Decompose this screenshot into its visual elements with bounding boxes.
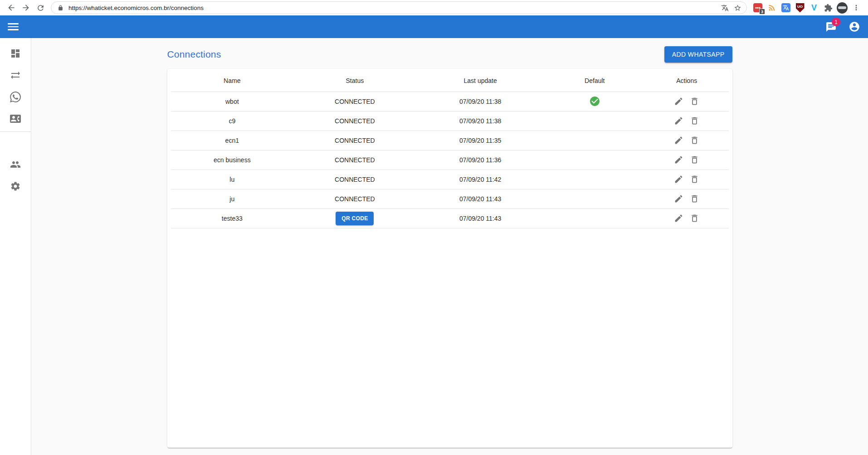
lock-icon [56, 3, 65, 12]
notifier-extension-icon[interactable]: ••• 3 [752, 2, 763, 13]
header-actions: Actions [645, 70, 729, 92]
trash-icon [690, 116, 699, 126]
edit-button[interactable] [672, 193, 686, 204]
url-text[interactable]: https://whaticket.economicros.com.br/con… [68, 5, 717, 11]
browser-profile-avatar[interactable] [837, 2, 848, 13]
name-cell: c9 [171, 111, 294, 131]
table-row: ecn1 CONNECTED 07/09/20 11:35 [171, 131, 729, 150]
table-row: c9 CONNECTED 07/09/20 11:38 [171, 111, 729, 131]
delete-button[interactable] [688, 193, 702, 204]
main-content: Connections ADD WHATSAPP Name Status Las… [31, 38, 868, 455]
default-cell [545, 150, 645, 169]
header-status: Status [293, 70, 416, 92]
last-update-cell: 07/09/20 11:38 [416, 92, 545, 111]
contact-phone-icon [10, 113, 21, 124]
back-arrow-icon [7, 3, 16, 12]
extensions-puzzle-icon[interactable] [823, 2, 834, 13]
sidebar-item-contacts[interactable] [0, 108, 31, 130]
header-last-update: Last update [416, 70, 545, 92]
delete-button[interactable] [688, 115, 702, 126]
table-row: wbot CONNECTED 07/09/20 11:38 [171, 92, 729, 111]
edit-button[interactable] [672, 154, 686, 165]
trash-icon [690, 174, 699, 184]
name-cell: teste33 [171, 208, 294, 228]
edit-button[interactable] [672, 115, 686, 126]
table-row: ecn business CONNECTED 07/09/20 11:36 [171, 150, 729, 169]
pencil-icon [674, 116, 683, 126]
forward-arrow-icon [21, 3, 30, 12]
sidebar-item-tickets[interactable] [0, 86, 31, 108]
last-update-cell: 07/09/20 11:35 [416, 131, 545, 150]
notifications-badge: 1 [832, 18, 840, 26]
messages-button[interactable]: 1 [825, 21, 837, 33]
whatsapp-icon [10, 92, 21, 102]
edit-button[interactable] [672, 135, 686, 146]
account-circle-icon [848, 21, 860, 33]
delete-button[interactable] [688, 154, 702, 165]
header-default: Default [545, 70, 645, 92]
sidebar-item-dashboard[interactable] [0, 43, 31, 64]
delete-button[interactable] [688, 135, 702, 146]
people-icon [10, 159, 21, 170]
delete-button[interactable] [688, 96, 702, 107]
actions-cell [645, 208, 729, 228]
browser-back-button[interactable] [5, 1, 18, 15]
actions-cell [645, 92, 729, 111]
edit-button[interactable] [672, 174, 686, 185]
translate-page-icon[interactable] [720, 3, 729, 12]
pencil-icon [674, 136, 683, 145]
table-header-row: Name Status Last update Default Actions [171, 70, 729, 92]
trash-icon [690, 136, 699, 145]
qr-code-button[interactable]: QR CODE [336, 212, 374, 225]
trash-icon [690, 155, 699, 165]
sidebar-item-users[interactable] [0, 154, 31, 175]
rss-extension-icon[interactable] [766, 2, 777, 13]
browser-reload-button[interactable] [34, 1, 47, 15]
menu-hamburger-icon[interactable] [8, 21, 19, 32]
status-cell: CONNECTED [293, 169, 416, 189]
name-cell: lu [171, 169, 294, 189]
connections-table: Name Status Last update Default Actions … [171, 70, 729, 228]
edit-button[interactable] [672, 213, 686, 224]
video-v-extension-icon[interactable]: V [809, 2, 819, 13]
sidebar-item-settings[interactable] [0, 175, 31, 197]
delete-button[interactable] [688, 174, 702, 185]
pencil-icon [674, 155, 683, 165]
pencil-icon [674, 97, 683, 106]
trash-icon [690, 213, 699, 223]
sidebar-divider [0, 131, 31, 132]
bookmark-star-icon[interactable] [733, 3, 742, 12]
add-whatsapp-button[interactable]: ADD WHATSAPP [664, 46, 732, 63]
sidebar-item-connections[interactable] [0, 64, 31, 86]
trash-icon [690, 194, 699, 203]
account-button[interactable] [848, 21, 860, 33]
dashboard-icon [10, 48, 21, 59]
trash-icon [690, 97, 699, 106]
browser-forward-button[interactable] [19, 1, 33, 15]
default-check-icon [589, 97, 600, 104]
edit-button[interactable] [672, 96, 686, 107]
delete-button[interactable] [688, 213, 702, 224]
last-update-cell: 07/09/20 11:43 [416, 189, 545, 208]
actions-cell [645, 131, 729, 150]
browser-menu-kebab-icon[interactable] [851, 2, 862, 13]
app-bar: 1 [0, 15, 868, 38]
last-update-cell: 07/09/20 11:36 [416, 150, 545, 169]
status-cell: CONNECTED [293, 92, 416, 111]
header-name: Name [171, 70, 294, 92]
last-update-cell: 07/09/20 11:43 [416, 208, 545, 228]
sidebar [0, 38, 31, 455]
address-bar[interactable]: https://whaticket.economicros.com.br/con… [51, 1, 747, 14]
default-cell [545, 189, 645, 208]
pencil-icon [674, 174, 683, 184]
pencil-icon [674, 213, 683, 223]
ublock-extension-icon[interactable]: UO [795, 2, 805, 13]
gear-icon [10, 181, 21, 192]
status-cell: CONNECTED [293, 150, 416, 169]
actions-cell [645, 169, 729, 189]
google-translate-extension-icon[interactable] [780, 2, 791, 13]
table-row: teste33 QR CODE 07/09/20 11:43 [171, 208, 729, 228]
status-cell: CONNECTED [293, 189, 416, 208]
default-cell [545, 131, 645, 150]
status-cell: CONNECTED [293, 131, 416, 150]
